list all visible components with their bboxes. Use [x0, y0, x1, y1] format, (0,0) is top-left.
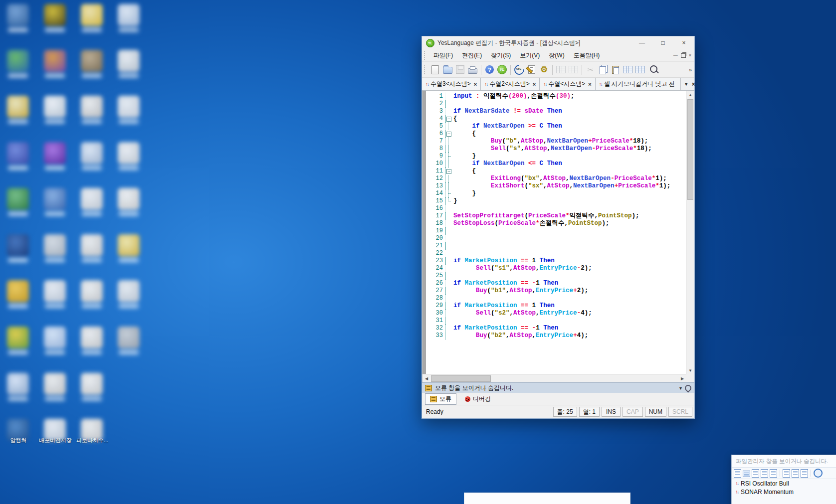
- desktop-icon[interactable]: [118, 188, 140, 210]
- code-line[interactable]: 2: [427, 100, 686, 108]
- tab-close-icon[interactable]: ×: [588, 81, 591, 87]
- desktop-icon[interactable]: [7, 188, 29, 210]
- menu-item[interactable]: 도움말(H): [569, 51, 605, 60]
- code-line[interactable]: 5 if NextBarOpen >= C Then: [427, 123, 686, 130]
- minimize-button[interactable]: —: [631, 36, 652, 49]
- code-line[interactable]: 19: [427, 227, 686, 235]
- desktop-icon[interactable]: [7, 327, 29, 348]
- code-line[interactable]: 18SetStopLoss(PriceScale*손절틱수,PointStop)…: [427, 220, 686, 227]
- code-line[interactable]: 28: [427, 295, 686, 302]
- desktop-icon[interactable]: [44, 4, 66, 26]
- code-line[interactable]: 29if MarketPosition == 1 Then: [427, 302, 686, 310]
- desktop-icon[interactable]: [81, 4, 103, 26]
- code-line[interactable]: 4{: [427, 115, 686, 123]
- file-open-icon[interactable]: [743, 471, 750, 477]
- search-icon[interactable]: [646, 64, 659, 76]
- desktop-icon[interactable]: [7, 142, 29, 164]
- error-panel-tab-debug[interactable]: 디버깅: [460, 394, 495, 404]
- panel-dropdown-icon[interactable]: ▾: [679, 385, 682, 391]
- file-list-item[interactable]: ↑↓RSI Oscillator Bull: [732, 479, 836, 488]
- file-props-icon[interactable]: [801, 469, 808, 478]
- file-delete-icon[interactable]: [770, 469, 777, 478]
- code-line[interactable]: 16: [427, 205, 686, 212]
- desktop-icon[interactable]: [81, 234, 103, 256]
- fold-marker[interactable]: [446, 115, 452, 123]
- data-table-icon[interactable]: [634, 64, 646, 76]
- scroll-up-icon[interactable]: ▲: [686, 91, 694, 99]
- tab-close-icon[interactable]: ×: [692, 81, 695, 88]
- desktop-icon[interactable]: [118, 96, 140, 118]
- code-line[interactable]: 15}: [427, 197, 686, 205]
- tab-list-dropdown-icon[interactable]: ▼: [684, 81, 689, 87]
- fold-marker[interactable]: [446, 130, 452, 138]
- tab-close-icon[interactable]: ×: [474, 81, 477, 87]
- desktop-icon[interactable]: [118, 50, 140, 72]
- desktop-icon[interactable]: [44, 234, 66, 256]
- desktop-icon[interactable]: [118, 4, 140, 26]
- code-view[interactable]: 1input : 익절틱수(200),손절틱수(30);23if NextBar…: [422, 91, 686, 374]
- vertical-scroll-thumb[interactable]: [687, 99, 693, 200]
- desktop-icon[interactable]: [44, 188, 66, 210]
- scroll-left-icon[interactable]: ◀: [422, 374, 430, 382]
- mdi-minimize-button[interactable]: —: [673, 53, 678, 58]
- code-line[interactable]: 12 ExitLong("bx",AtStop,NextBarOpen-Pric…: [427, 175, 686, 182]
- code-line[interactable]: 30 Sell("s2",AtStop,EntryPrice-4);: [427, 310, 686, 317]
- desktop-icon-label[interactable]: 배포버전저장: [37, 437, 74, 444]
- desktop-icon[interactable]: [7, 234, 29, 256]
- desktop-icon[interactable]: [44, 280, 66, 302]
- desktop-icon[interactable]: [44, 327, 66, 348]
- desktop-icon[interactable]: [81, 327, 103, 348]
- code-line[interactable]: 7 Buy("b",AtStop,NextBarOpen+PriceScale*…: [427, 138, 686, 145]
- code-line[interactable]: 6 {: [427, 130, 686, 138]
- code-line[interactable]: 8 Sell("s",AtStop,NextBarOpen-PriceScale…: [427, 145, 686, 153]
- mdi-restore-button[interactable]: [681, 53, 686, 58]
- code-line[interactable]: 22: [427, 250, 686, 257]
- code-line[interactable]: 9 }: [427, 153, 686, 160]
- grid-icon[interactable]: [622, 64, 634, 76]
- file-copy-icon[interactable]: [783, 469, 790, 478]
- file-save-all-icon[interactable]: [761, 469, 768, 478]
- title-bar[interactable]: YL YesLanguage 편집기 - 한국투자증권 - [갭상<시스템>] …: [422, 36, 694, 49]
- file-refresh-icon[interactable]: [814, 469, 823, 478]
- code-editor[interactable]: 1input : 익절틱수(200),손절틱수(30);23if NextBar…: [422, 91, 694, 382]
- desktop-icon-label[interactable]: 알캡처: [0, 437, 37, 444]
- document-tab[interactable]: ↑↓수열<시스템>×: [540, 78, 595, 90]
- desktop-icon[interactable]: [81, 188, 103, 210]
- toolbar-overflow-button[interactable]: »: [686, 67, 694, 73]
- vertical-scrollbar[interactable]: ▲ ▼: [686, 91, 694, 374]
- code-line[interactable]: 3if NextBarSdate != sDate Then: [427, 108, 686, 115]
- scroll-down-icon[interactable]: ▼: [686, 366, 694, 374]
- desktop-icon[interactable]: [81, 142, 103, 164]
- pin-icon[interactable]: [683, 383, 692, 392]
- compile-icon[interactable]: ⚙: [538, 64, 550, 76]
- copy-icon[interactable]: [597, 64, 609, 76]
- menu-item[interactable]: 찾기(S): [486, 51, 515, 60]
- error-panel-header[interactable]: 오류 창을 보이거나 숨깁니다. ▾: [422, 382, 694, 393]
- close-button[interactable]: ×: [673, 36, 694, 49]
- maximize-button[interactable]: □: [652, 36, 673, 49]
- horizontal-scrollbar[interactable]: ◀ ▶: [422, 374, 686, 382]
- print-icon[interactable]: [466, 64, 479, 76]
- desktop-icon[interactable]: [118, 327, 140, 348]
- file-save-icon[interactable]: [752, 469, 759, 478]
- fold-marker[interactable]: [446, 168, 452, 175]
- code-line[interactable]: 25: [427, 272, 686, 280]
- document-tab[interactable]: ↑↓수열3<시스템>×: [422, 78, 481, 90]
- code-line[interactable]: 26if MarketPosition == -1 Then: [427, 280, 686, 287]
- code-line[interactable]: 20: [427, 235, 686, 242]
- code-line[interactable]: 13 ExitShort("sx",AtStop,NextBarOpen+Pri…: [427, 182, 686, 190]
- yeslanguage-icon[interactable]: YL: [496, 64, 508, 76]
- code-line[interactable]: 17SetStopProfittarget(PriceScale*익절틱수,Po…: [427, 212, 686, 220]
- menu-item[interactable]: 파일(F): [429, 51, 457, 60]
- desktop-icon[interactable]: [81, 50, 103, 72]
- desktop-icon[interactable]: [44, 50, 66, 72]
- code-line[interactable]: 11 {: [427, 168, 686, 175]
- document-tab[interactable]: ↑↓수열2<시스템>×: [481, 78, 540, 90]
- code-line[interactable]: 32if MarketPosition == -1 Then: [427, 325, 686, 332]
- document-tab[interactable]: ↑↓셀 시가보다같거나 낮고 전: [596, 78, 681, 90]
- syntax-check-icon[interactable]: [513, 64, 525, 76]
- desktop-icon[interactable]: [7, 280, 29, 302]
- code-line[interactable]: 24 Sell("s1",AtStop,EntryPrice-2);: [427, 265, 686, 272]
- desktop-icon[interactable]: [81, 373, 103, 395]
- new-document-icon[interactable]: [429, 64, 441, 76]
